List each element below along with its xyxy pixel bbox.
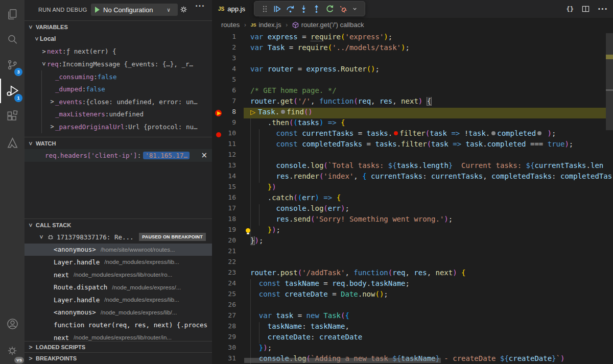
code-line[interactable]: 21 [212, 247, 613, 258]
stack-frame-row[interactable]: <anonymous>/home/site/wwwroot/routes... [25, 244, 212, 256]
code-line[interactable]: 23router.post('/addTask', function(req, … [212, 269, 613, 279]
code-area[interactable]: 1var express = require('express');2var T… [212, 32, 613, 364]
remove-watch-icon[interactable]: × [201, 151, 207, 160]
line-content[interactable] [250, 76, 613, 86]
lightbulb-icon[interactable] [246, 228, 250, 233]
line-content[interactable]: Task.find() [250, 108, 613, 118]
line-content[interactable] [250, 301, 613, 311]
gutter[interactable]: 1 [212, 33, 250, 43]
line-content[interactable]: router.post('/addTask', function(req, re… [250, 269, 613, 279]
gutter[interactable]: 13 [212, 161, 250, 172]
code-line[interactable]: 10 const currentTasks = tasks.filter(tas… [212, 129, 613, 140]
line-content[interactable]: }); [250, 236, 613, 247]
gutter[interactable]: 4 [212, 65, 250, 76]
gutter[interactable]: 25 [212, 290, 250, 301]
gutter[interactable]: 9 [212, 118, 250, 129]
code-line[interactable]: 19 }); [212, 226, 613, 236]
chevron-icon[interactable]: > [33, 36, 40, 42]
stack-frame-row[interactable]: next/node_modules/express/lib/router/ro.… [25, 269, 212, 281]
sidebar-item-run-and-debug[interactable]: 1 [0, 79, 25, 103]
variable-row[interactable]: _maxListeners: undefined [25, 108, 212, 121]
loaded-scripts-header[interactable]: > LOADED SCRIPTS [25, 341, 212, 352]
gutter[interactable]: 29 [212, 333, 250, 344]
variable-row[interactable]: _consuming: false [25, 70, 212, 83]
variables-section-header[interactable]: > VARIABLES [25, 20, 212, 33]
code-line[interactable]: 27 var task = new Task({ [212, 311, 613, 322]
line-content[interactable]: taskName: taskName, [250, 322, 613, 333]
sidebar-item-explorer[interactable] [0, 2, 25, 27]
line-content[interactable]: const completedTasks = tasks.filter(task… [250, 140, 613, 151]
chevron-down-icon[interactable] [351, 6, 358, 12]
code-line[interactable]: 26 [212, 301, 613, 311]
manage-settings-button[interactable]: VS [0, 338, 25, 363]
code-line[interactable]: 7router.get('/', function(req, res, next… [212, 97, 613, 108]
drag-grip-icon[interactable] [261, 5, 269, 13]
chevron-icon[interactable]: > [40, 61, 48, 67]
open-changes-icon[interactable]: {} [566, 6, 573, 13]
gutter[interactable]: 23 [212, 269, 250, 279]
variable-row[interactable]: >Local [25, 33, 212, 45]
code-line[interactable]: 9 .then((tasks) => { [212, 118, 613, 129]
code-line[interactable]: 17 console.log(err); [212, 204, 613, 215]
line-content[interactable]: .catch((err) => { [250, 193, 613, 204]
variable-row[interactable]: _dumped: false [25, 83, 212, 95]
line-content[interactable] [250, 258, 613, 269]
gutter[interactable]: 10 [212, 129, 250, 140]
gutter[interactable]: 26 [212, 301, 250, 311]
chevron-icon[interactable]: > [49, 98, 55, 105]
line-content[interactable]: res.send('Sorry! Something went wrong.')… [250, 215, 613, 226]
watch-expression-row[interactable]: req.headers['client-ip']: '81.165.17… × [25, 149, 212, 162]
line-content[interactable]: console.log(`Total tasks: ${tasks.length… [250, 161, 613, 172]
continue-button[interactable] [273, 5, 281, 13]
sidebar-item-search[interactable] [0, 27, 25, 52]
restart-button[interactable] [325, 5, 334, 13]
step-into-button[interactable] [299, 5, 308, 13]
gutter[interactable]: 3 [212, 54, 250, 65]
sidebar-item-source-control[interactable]: 3 [0, 53, 25, 77]
line-content[interactable]: var task = new Task({ [250, 311, 613, 322]
gutter[interactable]: 17 [212, 204, 250, 215]
accounts-menu[interactable] [0, 311, 25, 336]
breakpoint-icon[interactable] [216, 132, 221, 137]
stack-frame-row[interactable]: Layer.handle/node_modules/express/lib... [25, 256, 212, 269]
gutter[interactable]: 30 [212, 344, 250, 354]
call-stack-section-header[interactable]: > CALL STACK [25, 219, 212, 231]
line-content[interactable]: var router = express.Router(); [250, 65, 613, 76]
gutter[interactable]: 16 [212, 193, 250, 204]
code-line[interactable]: 28 taskName: taskName, [212, 322, 613, 333]
gutter[interactable]: 12 [212, 151, 250, 161]
stack-frame-row[interactable]: Layer.handle/node_modules/express/lib... [25, 294, 212, 306]
gutter[interactable]: 8 [212, 108, 250, 118]
disconnect-button[interactable] [339, 5, 347, 13]
code-line[interactable]: 12 [212, 151, 613, 161]
line-content[interactable] [250, 151, 613, 161]
watch-section-header[interactable]: > WATCH [25, 137, 212, 149]
code-line[interactable]: 4var router = express.Router(); [212, 65, 613, 76]
line-content[interactable]: const taskName = req.body.taskName; [250, 279, 613, 290]
gutter[interactable]: 24 [212, 279, 250, 290]
gutter[interactable]: 18 [212, 215, 250, 226]
vertical-scrollbar-thumb[interactable] [606, 33, 613, 130]
line-content[interactable]: var Task = require('../models/task'); [250, 43, 613, 54]
sidebar-item-extensions[interactable] [0, 104, 25, 129]
code-line[interactable]: 15 }) [212, 183, 613, 193]
step-out-button[interactable] [312, 5, 321, 13]
debug-configuration-dropdown[interactable]: No Configuration ∨ [91, 4, 178, 16]
code-line[interactable]: 3 [212, 54, 613, 65]
code-line[interactable]: 16 .catch((err) => { [212, 193, 613, 204]
code-line[interactable]: 2var Task = require('../models/task'); [212, 43, 613, 54]
stack-frame-row[interactable]: Route.dispatch/node_modules/express/... [25, 281, 212, 294]
chevron-icon[interactable]: > [49, 123, 55, 130]
gutter[interactable]: 27 [212, 311, 250, 322]
line-content[interactable]: console.log(err); [250, 204, 613, 215]
line-content[interactable]: res.render('index', { currentTasks: curr… [250, 172, 613, 183]
code-line[interactable]: 8Task.find() [212, 108, 613, 118]
gutter[interactable]: 20 [212, 236, 250, 247]
variable-row[interactable]: >req: IncomingMessage {_events: {…}, _r… [25, 58, 212, 70]
line-content[interactable] [250, 247, 613, 258]
line-content[interactable]: }) [250, 183, 613, 193]
line-content[interactable]: createDate: createDate [250, 333, 613, 344]
stack-frame-row[interactable]: function router(req, res, next) {.proces [25, 319, 212, 331]
line-content[interactable]: var express = require('express'); [250, 33, 613, 43]
debug-session-row[interactable]: > 1713798337176: Re... PAUSED ON BREAKPO… [25, 231, 212, 244]
